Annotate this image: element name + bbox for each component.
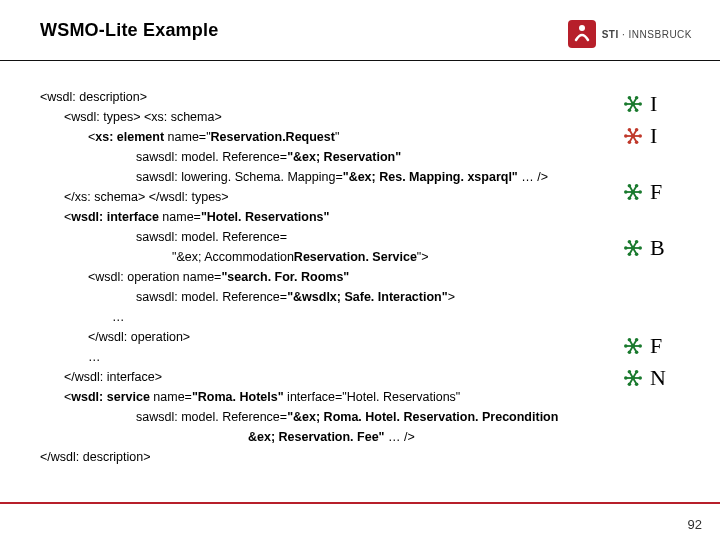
brand-main: STI: [602, 29, 619, 40]
svg-point-27: [631, 134, 635, 138]
asterisk-icon: [624, 95, 642, 113]
code-line: …: [40, 307, 624, 327]
annotation-item: F: [624, 333, 692, 359]
svg-point-5: [635, 108, 639, 112]
code-line: &ex; Reservation. Fee" … />: [40, 427, 624, 447]
annotation-letter: I: [650, 91, 657, 117]
svg-point-31: [635, 196, 639, 200]
svg-point-42: [638, 246, 642, 250]
code-line: …: [40, 347, 624, 367]
annotation-item: F: [624, 179, 692, 205]
page-title: WSMO-Lite Example: [40, 20, 218, 41]
svg-point-39: [635, 184, 639, 188]
svg-point-63: [628, 338, 632, 342]
svg-point-20: [628, 140, 632, 144]
svg-point-65: [635, 338, 639, 342]
svg-point-72: [628, 382, 632, 386]
svg-point-1: [579, 25, 585, 31]
header: WSMO-Lite Example STI · INNSBRUCK: [40, 20, 692, 48]
code-line: </xs: schema> </wsdl: types>: [40, 187, 624, 207]
code-line: <wsdl: types> <xs: schema>: [40, 107, 624, 127]
svg-point-46: [628, 252, 632, 256]
svg-point-13: [635, 96, 639, 100]
svg-point-44: [635, 252, 639, 256]
svg-point-26: [635, 128, 639, 132]
svg-point-70: [635, 382, 639, 386]
code-line: </wsdl: interface>: [40, 367, 624, 387]
svg-point-24: [628, 128, 632, 132]
svg-point-40: [631, 190, 635, 194]
brand-sep: ·: [622, 29, 625, 40]
footer-rule: [0, 502, 720, 504]
svg-point-33: [628, 196, 632, 200]
annotation-item: I: [624, 91, 692, 117]
code-block: <wsdl: description> <wsdl: types> <xs: s…: [40, 87, 624, 467]
svg-point-78: [635, 370, 639, 374]
svg-point-48: [624, 246, 628, 250]
header-rule: [0, 60, 720, 61]
annotation-letter: F: [650, 333, 662, 359]
svg-point-66: [631, 344, 635, 348]
annotation-sidebar: IIFBFN: [624, 87, 692, 467]
code-line: <wsdl: interface name="Hotel. Reservatio…: [40, 207, 624, 227]
svg-point-35: [624, 190, 628, 194]
svg-point-37: [628, 184, 632, 188]
svg-point-79: [631, 376, 635, 380]
svg-point-59: [628, 350, 632, 354]
svg-point-7: [628, 108, 632, 112]
annotation-item: B: [624, 235, 692, 261]
asterisk-icon: [624, 183, 642, 201]
sti-logo-icon: [568, 20, 596, 48]
slide: WSMO-Lite Example STI · INNSBRUCK <wsdl:…: [0, 0, 720, 540]
brand-sub: INNSBRUCK: [629, 29, 692, 40]
svg-point-16: [638, 134, 642, 138]
brand-text: STI · INNSBRUCK: [602, 29, 692, 40]
svg-point-52: [635, 240, 639, 244]
svg-point-3: [638, 102, 642, 106]
svg-point-53: [631, 246, 635, 250]
svg-point-61: [624, 344, 628, 348]
code-line: </wsdl: operation>: [40, 327, 624, 347]
svg-point-18: [635, 140, 639, 144]
code-line: <xs: element name="Reservation.Request": [40, 127, 624, 147]
svg-point-50: [628, 240, 632, 244]
code-line: sawsdl: model. Reference="&wsdlx; Safe. …: [40, 287, 624, 307]
code-line: sawsdl: model. Reference="&ex; Roma. Hot…: [40, 407, 624, 427]
code-line: "&ex; AccommodationReservation. Service"…: [40, 247, 624, 267]
page-number: 92: [688, 517, 702, 532]
svg-point-68: [638, 376, 642, 380]
annotation-item: N: [624, 365, 692, 391]
code-line: sawsdl: lowering. Schema. Mapping="&ex; …: [40, 167, 624, 187]
svg-point-57: [635, 350, 639, 354]
body: <wsdl: description> <wsdl: types> <xs: s…: [40, 87, 692, 467]
annotation-letter: N: [650, 365, 666, 391]
annotation-letter: B: [650, 235, 665, 261]
annotation-item: I: [624, 123, 692, 149]
code-line: <wsdl: description>: [40, 87, 624, 107]
svg-point-9: [624, 102, 628, 106]
svg-point-29: [638, 190, 642, 194]
svg-point-74: [624, 376, 628, 380]
asterisk-icon: [624, 239, 642, 257]
code-line: sawsdl: model. Reference="&ex; Reservati…: [40, 147, 624, 167]
code-line: <wsdl: operation name="search. For. Room…: [40, 267, 624, 287]
svg-point-22: [624, 134, 628, 138]
code-line: sawsdl: model. Reference=: [40, 227, 624, 247]
annotation-letter: I: [650, 123, 657, 149]
svg-point-14: [631, 102, 635, 106]
code-line: </wsdl: description>: [40, 447, 624, 467]
asterisk-icon: [624, 337, 642, 355]
svg-point-11: [628, 96, 632, 100]
asterisk-icon: [624, 369, 642, 387]
svg-point-76: [628, 370, 632, 374]
annotation-letter: F: [650, 179, 662, 205]
svg-point-55: [638, 344, 642, 348]
brand-logo: STI · INNSBRUCK: [568, 20, 692, 48]
asterisk-icon: [624, 127, 642, 145]
code-line: <wsdl: service name="Roma. Hotels" inter…: [40, 387, 624, 407]
